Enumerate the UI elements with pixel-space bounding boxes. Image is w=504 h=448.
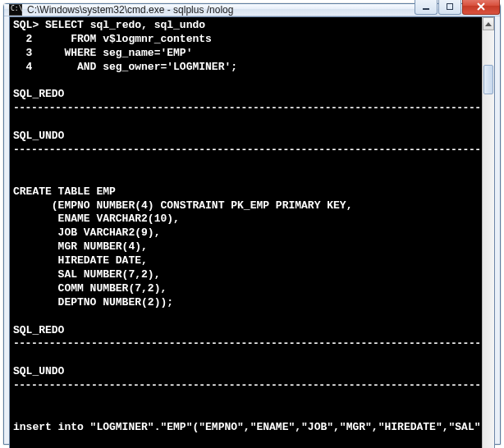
create-line-1: CREATE TABLE EMP <box>13 185 116 198</box>
sql-prompt: SQL> <box>13 19 39 31</box>
create-line-2: (EMPNO NUMBER(4) CONSTRAINT PK_EMP PRIMA… <box>13 199 352 212</box>
query-line-4: 4 AND seg_owner='LOGMINER'; <box>13 61 237 73</box>
sql-undo-header: SQL_UNDO <box>13 130 64 142</box>
close-button[interactable] <box>462 0 500 15</box>
sql-undo-header-2: SQL_UNDO <box>13 365 64 377</box>
titlebar[interactable]: C:\Windows\system32\cmd.exe - sqlplus /n… <box>4 4 500 16</box>
window-title: C:\Windows\system32\cmd.exe - sqlplus /n… <box>27 4 414 16</box>
query-line-2: 2 FROM v$logmnr_contents <box>13 33 212 45</box>
divider: ----------------------------------------… <box>13 144 482 156</box>
create-line-7: SAL NUMBER(7,2), <box>13 268 160 281</box>
scrollbar-track[interactable] <box>483 30 494 448</box>
vertical-scrollbar[interactable] <box>482 17 494 448</box>
maximize-button[interactable] <box>438 0 461 15</box>
divider: ----------------------------------------… <box>13 102 482 114</box>
insert-line-1: insert into "LOGMINER"."EMP"("EMPNO","EN… <box>13 421 482 433</box>
create-line-6: HIREDATE DATE, <box>13 254 148 267</box>
divider: ----------------------------------------… <box>13 337 482 350</box>
sql-redo-header: SQL_REDO <box>13 88 64 100</box>
close-icon <box>477 2 485 11</box>
terminal-output[interactable]: SQL> SELECT sql_redo, sql_undo 2 FROM v$… <box>10 17 482 448</box>
query-line-3: 3 WHERE seg_name='EMP' <box>13 47 192 59</box>
cmd-icon <box>9 4 22 16</box>
query-line-1: SELECT sql_redo, sql_undo <box>39 19 205 31</box>
create-line-5: MGR NUMBER(4), <box>13 240 148 253</box>
create-line-3: ENAME VARCHAR2(10), <box>13 213 180 225</box>
scrollbar-thumb[interactable] <box>483 65 493 94</box>
sql-redo-header-2: SQL_REDO <box>13 324 64 336</box>
create-line-9: DEPTNO NUMBER(2)); <box>13 296 173 309</box>
client-area: SQL> SELECT sql_redo, sql_undo 2 FROM v$… <box>9 16 495 448</box>
divider: ----------------------------------------… <box>13 379 482 391</box>
minimize-button[interactable] <box>415 0 438 15</box>
triangle-up-icon <box>485 22 492 26</box>
window-controls <box>414 0 500 15</box>
create-line-8: COMM NUMBER(7,2), <box>13 282 167 295</box>
create-line-4: JOB VARCHAR2(9), <box>13 226 160 239</box>
scroll-up-button[interactable] <box>483 17 494 30</box>
window-frame: C:\Windows\system32\cmd.exe - sqlplus /n… <box>3 3 501 445</box>
